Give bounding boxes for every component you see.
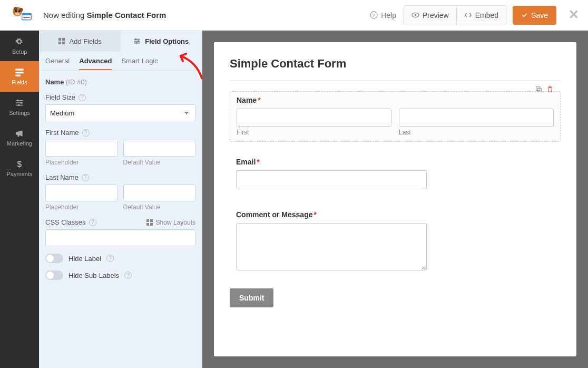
topbar: Now editing Simple Contact Form ? Help P… — [0, 0, 588, 31]
svg-point-4 — [18, 10, 21, 12]
subtab-general[interactable]: General — [45, 57, 70, 70]
sliders-icon — [15, 98, 24, 108]
svg-point-1 — [14, 7, 17, 11]
svg-point-25 — [138, 41, 139, 42]
check-icon — [521, 12, 528, 18]
nav-settings[interactable]: Settings — [0, 92, 39, 122]
gear-icon — [15, 37, 24, 46]
subtab-advanced[interactable]: Advanced — [79, 57, 112, 70]
help-icon[interactable]: ? — [82, 129, 90, 137]
comment-textarea[interactable] — [236, 223, 427, 270]
layout-icon — [146, 219, 153, 226]
submit-button[interactable]: Submit — [230, 288, 273, 307]
first-name-placeholder-input[interactable] — [45, 140, 118, 157]
sliders-icon — [133, 37, 141, 45]
hide-label-toggle[interactable] — [45, 254, 63, 263]
svg-rect-22 — [58, 42, 61, 44]
grid-icon — [58, 37, 65, 45]
preview-field-comment[interactable]: Comment or Message* — [230, 205, 561, 278]
help-icon[interactable]: ? — [79, 94, 86, 101]
field-size-label: Field Size? — [45, 93, 195, 101]
fields-icon — [15, 67, 24, 77]
code-icon — [464, 11, 472, 19]
last-sublabel: Last — [399, 129, 554, 136]
svg-point-17 — [21, 102, 23, 104]
tab-field-options[interactable]: Field Options — [121, 31, 202, 52]
options-panel: Add Fields Field Options General Advance… — [39, 31, 202, 368]
eye-icon — [411, 11, 419, 19]
subtab-smart-logic[interactable]: Smart Logic — [121, 57, 158, 70]
preview-field-email[interactable]: Email* — [230, 152, 561, 195]
first-name-label: First Name? — [45, 129, 195, 137]
svg-point-3 — [15, 10, 17, 12]
svg-rect-27 — [146, 219, 149, 222]
nav-setup[interactable]: Setup — [0, 31, 39, 61]
svg-rect-32 — [537, 88, 541, 92]
help-icon[interactable]: ? — [106, 255, 114, 262]
nav-payments[interactable]: $ Payments — [0, 153, 39, 183]
nav-marketing[interactable]: Marketing — [0, 122, 39, 153]
left-nav: Setup Fields Settings Marketing $ Paymen… — [0, 31, 39, 368]
svg-rect-31 — [536, 87, 540, 91]
last-name-label: Last Name? — [45, 173, 195, 181]
subtabs: General Advanced Smart Logic — [39, 52, 202, 71]
help-icon[interactable]: ? — [82, 174, 89, 181]
placeholder-sublabel: Placeholder — [45, 159, 118, 166]
logo — [9, 5, 33, 26]
preview-area: Simple Contact Form Name* First Last Ema… — [202, 31, 588, 368]
svg-text:?: ? — [373, 13, 375, 18]
hide-sublabels-text: Hide Sub-Labels — [68, 272, 119, 279]
svg-point-16 — [17, 100, 19, 102]
first-input[interactable] — [237, 109, 391, 127]
preview-button[interactable]: Preview — [404, 6, 456, 25]
comment-label: Comment or Message* — [236, 210, 554, 219]
svg-rect-23 — [62, 42, 64, 44]
svg-rect-7 — [22, 13, 32, 15]
svg-rect-21 — [62, 38, 64, 41]
field-size-select[interactable]: Medium — [45, 104, 195, 121]
tab-add-fields[interactable]: Add Fields — [39, 31, 121, 52]
help-icon: ? — [370, 11, 378, 19]
hide-sublabels-toggle[interactable] — [45, 270, 63, 280]
last-name-default-input[interactable] — [123, 185, 196, 201]
svg-rect-28 — [150, 219, 153, 222]
show-layouts-button[interactable]: Show Layouts — [146, 219, 195, 226]
svg-rect-15 — [15, 75, 21, 76]
close-icon — [569, 9, 579, 19]
default-sublabel: Default Value — [123, 204, 196, 211]
svg-point-12 — [415, 14, 417, 16]
email-input[interactable] — [236, 170, 427, 189]
css-classes-label: CSS Classes? — [45, 218, 96, 226]
dollar-icon: $ — [15, 159, 24, 169]
css-classes-input[interactable] — [45, 229, 195, 246]
preview-field-name[interactable]: Name* First Last — [230, 91, 561, 142]
help-link[interactable]: ? Help — [370, 11, 396, 20]
divider — [230, 80, 561, 81]
first-sublabel: First — [237, 129, 391, 136]
svg-text:$: $ — [17, 160, 22, 169]
name-label: Name* — [237, 96, 554, 104]
default-sublabel: Default Value — [123, 159, 196, 166]
preview-title: Simple Contact Form — [230, 57, 561, 71]
last-name-placeholder-input[interactable] — [45, 185, 118, 201]
first-name-default-input[interactable] — [123, 140, 196, 157]
svg-rect-14 — [15, 72, 24, 73]
svg-point-5 — [15, 12, 20, 15]
now-editing-label: Now editing Simple Contact Form — [43, 11, 166, 20]
last-input[interactable] — [399, 109, 554, 127]
close-button[interactable] — [569, 8, 579, 22]
hide-label-text: Hide Label — [68, 255, 101, 263]
svg-point-24 — [135, 38, 136, 40]
svg-rect-30 — [150, 223, 153, 226]
embed-button[interactable]: Embed — [456, 6, 506, 25]
svg-rect-29 — [146, 223, 149, 226]
svg-point-18 — [18, 104, 20, 106]
help-icon[interactable]: ? — [124, 272, 132, 279]
duplicate-icon[interactable] — [535, 85, 542, 93]
trash-icon[interactable] — [546, 85, 554, 93]
help-icon[interactable]: ? — [89, 219, 96, 226]
nav-fields[interactable]: Fields — [0, 61, 39, 92]
preview-embed-group: Preview Embed — [404, 5, 506, 25]
save-button[interactable]: Save — [513, 6, 556, 25]
svg-rect-20 — [58, 38, 61, 41]
